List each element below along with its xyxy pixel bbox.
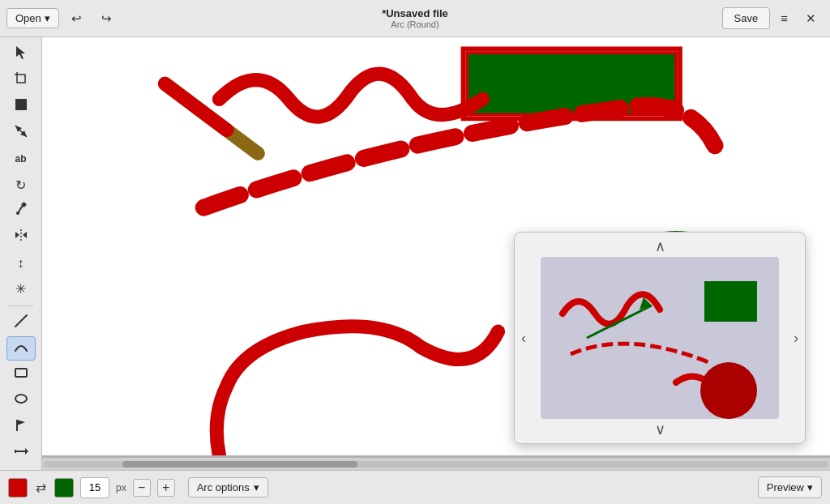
size-decrease-button[interactable]: − bbox=[133, 479, 151, 497]
select-icon bbox=[14, 45, 28, 63]
svg-rect-1 bbox=[17, 75, 25, 83]
tool-eyedropper[interactable] bbox=[6, 199, 36, 223]
tool-text[interactable]: ab bbox=[6, 147, 36, 171]
tool-flag[interactable] bbox=[6, 415, 36, 439]
rectangle-icon bbox=[14, 365, 28, 383]
plus-icon: + bbox=[162, 481, 169, 495]
arc-options-dropdown-icon: ▾ bbox=[254, 481, 259, 493]
svg-line-14 bbox=[15, 315, 27, 327]
titlebar-center: *Unsaved file Arc (Round) bbox=[279, 7, 551, 29]
tool-transform[interactable]: ↕ bbox=[6, 251, 36, 275]
popup-panel: ‹ › ∧ bbox=[514, 232, 806, 444]
close-button[interactable]: ✕ bbox=[798, 7, 824, 30]
stroke-color-swatch[interactable] bbox=[8, 478, 28, 498]
svg-marker-0 bbox=[16, 46, 25, 59]
popup-prev-button[interactable]: ‹ bbox=[518, 327, 529, 350]
canvas-scrollbar-h[interactable] bbox=[42, 457, 830, 470]
flag-icon bbox=[14, 418, 28, 436]
arc-options-button[interactable]: Arc options ▾ bbox=[188, 477, 268, 498]
popup-down-button[interactable]: ∨ bbox=[655, 422, 665, 437]
canvas-wrapper[interactable]: ‹ › ∧ bbox=[42, 37, 830, 470]
popup-preview-image bbox=[541, 257, 779, 419]
ellipse-icon bbox=[14, 391, 28, 409]
arc-icon bbox=[14, 340, 28, 357]
bottom-toolbar: ⇄ 15 px − + Arc options ▾ Preview ▾ bbox=[0, 470, 830, 504]
swap-colors-button[interactable]: ⇄ bbox=[34, 478, 48, 497]
undo-icon: ↩ bbox=[71, 11, 82, 26]
arrow-tool-icon bbox=[14, 444, 28, 462]
scrollbar-thumb[interactable] bbox=[122, 461, 357, 468]
unit-label: px bbox=[116, 482, 126, 493]
swap-icon: ⇄ bbox=[36, 481, 46, 494]
svg-marker-20 bbox=[25, 448, 28, 455]
resize-icon bbox=[14, 124, 28, 142]
svg-line-23 bbox=[165, 83, 227, 130]
tool-resize[interactable] bbox=[6, 121, 36, 145]
tool-rectangle[interactable] bbox=[6, 362, 36, 387]
save-button[interactable]: Save bbox=[722, 7, 771, 29]
mirror-icon bbox=[14, 228, 28, 246]
down-arrow-icon: ∨ bbox=[655, 421, 665, 438]
shape-icon bbox=[14, 97, 28, 115]
tool-arc[interactable] bbox=[6, 336, 36, 361]
line-icon bbox=[14, 314, 28, 331]
minus-icon: − bbox=[138, 481, 145, 495]
open-button[interactable]: Open ▾ bbox=[6, 8, 59, 28]
popup-content-row bbox=[518, 257, 802, 419]
size-input[interactable]: 15 bbox=[80, 477, 109, 498]
tool-line[interactable] bbox=[6, 310, 36, 335]
open-chevron-icon: ▾ bbox=[45, 12, 50, 24]
up-arrow-icon: ∧ bbox=[655, 238, 665, 254]
tool-starburst[interactable]: ✳ bbox=[6, 277, 36, 301]
titlebar-left: Open ▾ ↩ ↪ bbox=[6, 7, 279, 30]
eyedropper-icon bbox=[14, 202, 28, 220]
redo-icon: ↪ bbox=[101, 11, 112, 26]
prev-arrow-icon: ‹ bbox=[521, 330, 526, 346]
titlebar: Open ▾ ↩ ↪ *Unsaved file Arc (Round) Sav… bbox=[0, 0, 830, 37]
popup-up-button[interactable]: ∧ bbox=[655, 239, 665, 254]
tool-shape[interactable] bbox=[6, 94, 36, 118]
starburst-icon: ✳ bbox=[15, 281, 26, 297]
left-toolbar: ab ↻ ↕ bbox=[0, 37, 42, 470]
rotate-icon: ↻ bbox=[15, 177, 26, 193]
tool-mirror[interactable] bbox=[6, 224, 36, 249]
titlebar-right: Save ≡ ✕ bbox=[551, 7, 824, 30]
size-increase-button[interactable]: + bbox=[157, 479, 175, 497]
open-label: Open bbox=[15, 12, 41, 24]
svg-point-31 bbox=[700, 362, 757, 419]
menu-button[interactable]: ≡ bbox=[773, 7, 795, 29]
svg-rect-30 bbox=[704, 281, 757, 322]
file-subtitle: Arc (Round) bbox=[279, 19, 551, 29]
svg-point-16 bbox=[15, 395, 27, 403]
toolbar-separator bbox=[9, 305, 33, 306]
undo-button[interactable]: ↩ bbox=[64, 7, 89, 30]
svg-marker-12 bbox=[15, 232, 19, 238]
crop-icon bbox=[14, 71, 28, 89]
fill-color-swatch[interactable] bbox=[54, 478, 74, 498]
close-icon: ✕ bbox=[806, 11, 816, 26]
svg-marker-18 bbox=[17, 420, 25, 425]
svg-rect-4 bbox=[15, 99, 27, 110]
tool-arrow[interactable] bbox=[6, 441, 36, 465]
svg-point-9 bbox=[16, 211, 19, 215]
transform-icon: ↕ bbox=[18, 256, 24, 271]
tool-select[interactable] bbox=[6, 42, 36, 66]
svg-marker-13 bbox=[23, 232, 27, 238]
redo-button[interactable]: ↪ bbox=[94, 7, 119, 30]
canvas[interactable]: ‹ › ∧ bbox=[42, 37, 830, 455]
tool-ellipse[interactable] bbox=[6, 388, 36, 412]
svg-rect-15 bbox=[15, 369, 27, 377]
preview-button[interactable]: Preview ▾ bbox=[758, 476, 822, 498]
next-arrow-icon: › bbox=[794, 330, 798, 346]
file-title: *Unsaved file bbox=[279, 7, 551, 19]
tool-crop[interactable] bbox=[6, 68, 36, 92]
preview-label: Preview bbox=[767, 481, 804, 493]
scrollbar-track bbox=[44, 461, 828, 468]
preview-dropdown-icon: ▾ bbox=[807, 481, 813, 493]
text-icon: ab bbox=[15, 153, 26, 164]
arc-options-label: Arc options bbox=[197, 481, 250, 493]
popup-next-button[interactable]: › bbox=[790, 327, 802, 350]
tool-rotate[interactable]: ↻ bbox=[6, 173, 36, 197]
menu-icon: ≡ bbox=[781, 11, 788, 25]
main-area: ab ↻ ↕ bbox=[0, 37, 830, 470]
